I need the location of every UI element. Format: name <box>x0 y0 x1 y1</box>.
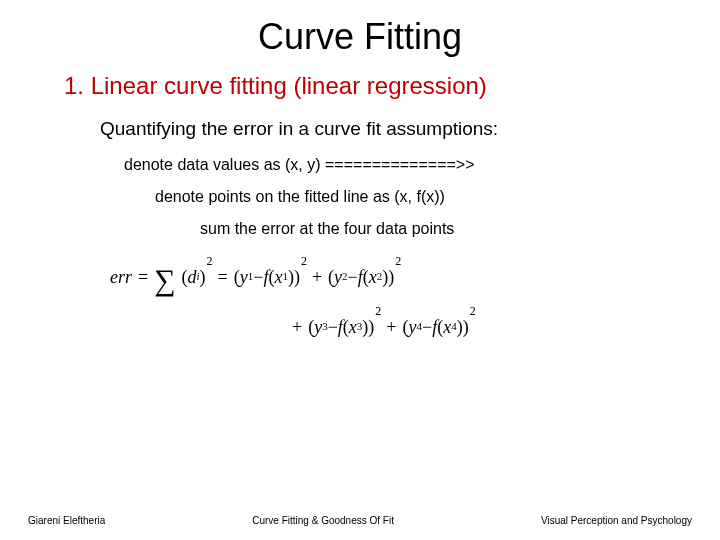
footer-author: Giareni Eleftheria <box>28 515 105 526</box>
footer-title: Curve Fitting & Goodness Of Fit <box>252 515 394 526</box>
equation-row-2: + ( y3 − f( x3 )) 2 + ( y4 − f( x4 )) 2 <box>292 308 680 348</box>
footer-topic: Visual Perception and Psychology <box>541 515 692 526</box>
body-line-2: denote data values as (x, y) ===========… <box>124 156 680 174</box>
eq-equals-1: = <box>138 258 148 298</box>
body-line-1: Quantifying the error in a curve fit ass… <box>100 118 680 140</box>
body-line-3: denote points on the fitted line as (x, … <box>155 188 680 206</box>
section-heading: 1. Linear curve fitting (linear regressi… <box>64 72 680 100</box>
eq-term-4: ( y4 − f( x4 )) 2 <box>402 308 474 348</box>
eq-plus-3: + <box>386 308 396 348</box>
slide-footer: Giareni Eleftheria Curve Fitting & Goodn… <box>0 515 720 526</box>
slide-title: Curve Fitting <box>40 16 680 58</box>
body-line-4: sum the error at the four data points <box>200 220 680 238</box>
eq-term-3: ( y3 − f( x3 )) 2 <box>308 308 380 348</box>
eq-err: err <box>110 258 132 298</box>
error-equation: err = ∑ ( d i ) 2 = ( y1 − f( x1 )) 2 + <box>110 258 680 347</box>
eq-term-1: ( y1 − f( x1 )) 2 <box>234 258 306 298</box>
eq-equals-2: = <box>218 258 228 298</box>
eq-term-2: ( y2 − f( x2 )) 2 <box>328 258 400 298</box>
eq-plus-2: + <box>292 308 302 348</box>
equation-row-1: err = ∑ ( d i ) 2 = ( y1 − f( x1 )) 2 + <box>110 258 680 298</box>
eq-plus-1: + <box>312 258 322 298</box>
eq-di-squared: ( d i ) 2 <box>182 258 212 298</box>
slide: Curve Fitting 1. Linear curve fitting (l… <box>0 0 720 540</box>
